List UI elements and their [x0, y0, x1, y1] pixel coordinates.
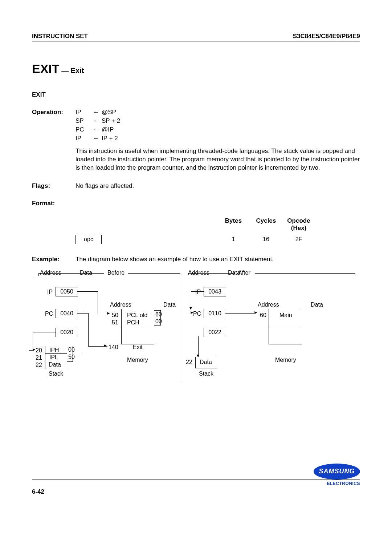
after-mem-d0: Main [279, 312, 292, 319]
samsung-logo: SAMSUNG ELECTRONICS [314, 464, 360, 486]
title-sub: Exit [71, 66, 84, 74]
after-stack-a0: 22 [186, 359, 192, 365]
before-mem-d1: PCH [127, 319, 139, 326]
operation-label: Operation: [32, 109, 75, 172]
legend-tick [355, 273, 355, 276]
legend-before: Before [106, 270, 126, 276]
box-ip-after: 0043 [204, 287, 226, 296]
lbl-data: Data [80, 270, 92, 276]
hdr-opcode-1: Opcode [287, 217, 310, 224]
op-line-2: SP ← SP + 2 [75, 117, 360, 125]
after-mem-a0: 60 [260, 312, 266, 319]
lbl-stack-after: Stack [199, 371, 213, 377]
val-opcode: 2F [282, 236, 315, 243]
box-sp-before: 0020 [56, 328, 78, 337]
arrow-line [77, 291, 98, 292]
op4-rhs: IP + 2 [102, 135, 118, 142]
example-label: Example: [32, 256, 75, 263]
arrow-line [191, 291, 191, 309]
before-mem-v1: 00 [155, 318, 162, 325]
footer-rule [32, 480, 360, 480]
lbl-data-mem: Data [163, 302, 176, 308]
arrow-line [83, 291, 83, 354]
before-stack-d0: IPH [49, 347, 59, 353]
page-number: 6-42 [32, 488, 360, 496]
lbl-address-a: Address [188, 270, 209, 276]
arrow-left-icon: ← [91, 126, 102, 133]
arrow-line [98, 314, 107, 314]
arrow-left-icon: ← [91, 135, 102, 142]
lbl-memory-after: Memory [275, 357, 296, 363]
arrow-left-icon: ← [91, 117, 102, 125]
lbl-stack-before: Stack [49, 371, 63, 377]
after-stack-d0: Data [200, 359, 212, 365]
op-line-4: IP ← IP + 2 [75, 135, 360, 142]
lbl-address-mem-a: Address [258, 302, 279, 308]
lbl-pc: PC [45, 311, 53, 317]
box-pc-after: 0110 [204, 309, 226, 318]
hdr-opcode-2: (Hex) [291, 225, 307, 231]
legend-tick [38, 273, 39, 276]
operation-row: Operation: IP ← @SP SP ← SP + 2 PC ← @IP… [32, 109, 360, 172]
flags-label: Flags: [32, 182, 75, 190]
lbl-memory-before: Memory [127, 357, 148, 363]
legend-line [255, 273, 355, 274]
lbl-address-mem: Address [110, 302, 131, 308]
brand-sub: ELECTRONICS [314, 481, 360, 486]
before-stack-a2: 22 [36, 362, 42, 368]
lbl-ip: IP [47, 289, 53, 295]
arrow-line [98, 291, 98, 314]
arrow-line [88, 313, 89, 347]
arrow-line [191, 291, 204, 292]
divider-line [181, 273, 181, 382]
format-label: Format: [32, 200, 75, 207]
example-row: Example: The diagram below shows an exam… [32, 256, 360, 263]
format-headers: Bytes Cycles Opcode (Hex) [75, 217, 315, 232]
lbl-address: Address [40, 270, 61, 276]
arrow-right-icon: ► [106, 311, 111, 316]
operation-body: IP ← @SP SP ← SP + 2 PC ← @IP IP ← IP + … [75, 109, 360, 172]
before-stack-v1: 50 [68, 354, 75, 360]
val-bytes: 1 [217, 236, 250, 243]
title-dash: — [60, 66, 71, 74]
title-main: EXIT [32, 62, 60, 76]
before-mem-a1: 51 [112, 319, 118, 326]
hdr-cycles: Cycles [250, 217, 282, 232]
example-text: The diagram below shows an example of ho… [75, 256, 360, 263]
exit-diagram: Before After Address Data IP 0050 PC 004… [32, 270, 360, 386]
header-right: S3C84E5/C84E9/P84E9 [293, 33, 360, 40]
box-pc-before: 0040 [56, 309, 78, 318]
header-left: INSTRUCTION SET [32, 33, 88, 40]
before-mem-a2: 140 [109, 344, 118, 351]
before-stack-d1: IPL [49, 354, 58, 361]
arrow-line [77, 313, 88, 314]
operation-description: This instruction is useful when implemen… [75, 147, 360, 172]
opc-box: opc [75, 235, 102, 244]
op2-rhs: SP + 2 [102, 117, 120, 125]
op4-reg: IP [75, 135, 91, 142]
brand-name: SAMSUNG [314, 464, 360, 480]
flags-text: No flags are affected. [75, 182, 360, 190]
hdr-bytes: Bytes [217, 217, 250, 232]
arrow-down-icon: ► [196, 354, 201, 358]
mnemonic: EXIT [32, 91, 360, 98]
op-line-1: IP ← @SP [75, 109, 360, 116]
arrow-line [33, 332, 56, 332]
before-stack-a1: 21 [36, 355, 42, 361]
format-data-row: opc 1 16 2F [75, 235, 315, 244]
flags-row: Flags: No flags are affected. [32, 182, 360, 190]
lbl-data-mem-a: Data [311, 302, 323, 308]
footer: 6-42 [32, 480, 360, 496]
format-row: Format: [32, 200, 360, 207]
page-header: INSTRUCTION SET S3C84E5/C84E9/P84E9 [32, 33, 360, 41]
page-title: EXIT — Exit [32, 62, 360, 76]
op1-rhs: @SP [102, 109, 116, 116]
lbl-ip-a: IP [195, 289, 201, 295]
before-mem-d0: PCL old [127, 312, 147, 319]
op3-reg: PC [75, 126, 91, 133]
arrow-left-icon: ← [91, 109, 102, 116]
op3-rhs: @IP [102, 126, 114, 133]
lbl-data-a: Data [228, 270, 240, 276]
box-ip-before: 0050 [56, 287, 78, 296]
arrow-right-icon: ► [32, 347, 36, 352]
